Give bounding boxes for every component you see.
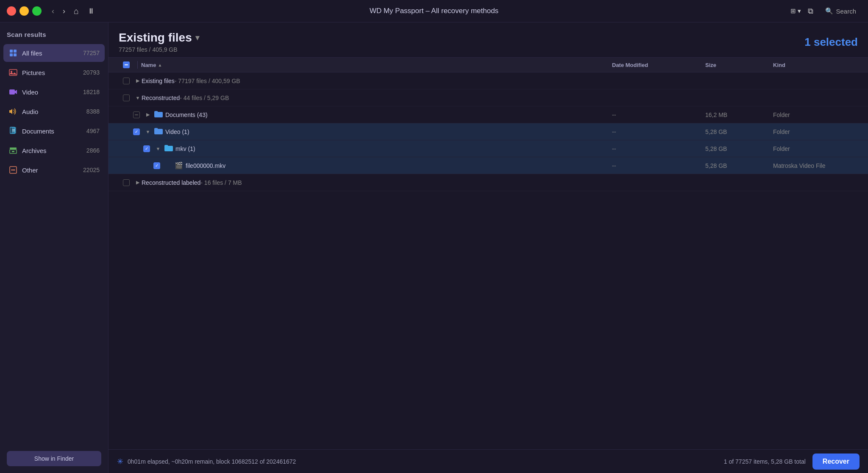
- sidebar-item-video[interactable]: Video 18218: [3, 83, 105, 101]
- all-files-count: 77257: [83, 50, 100, 56]
- header-checkbox[interactable]: [119, 61, 134, 68]
- all-files-label: All files: [22, 50, 79, 57]
- svg-rect-1: [14, 50, 17, 53]
- content-header: Existing files ▾ 77257 files / 405,9 GB …: [108, 22, 868, 57]
- filter-button[interactable]: ⧉: [808, 7, 813, 16]
- reconstructed-section-detail: - 44 files / 5,29 GB: [180, 95, 229, 101]
- audio-count: 8388: [86, 108, 100, 115]
- expand-video[interactable]: ▼: [144, 128, 152, 136]
- video-count: 18218: [83, 89, 100, 95]
- documents-folder-name: Documents (43): [165, 111, 612, 118]
- svg-rect-4: [9, 70, 17, 75]
- header-date[interactable]: Date Modified: [612, 62, 705, 68]
- file-table: ▶ Existing files - 77197 files / 400,59 …: [108, 72, 868, 449]
- section-reconstructed[interactable]: ▼ Reconstructed - 44 files / 5,29 GB: [108, 89, 868, 106]
- video-label: Video: [22, 89, 79, 96]
- file000000-checkbox[interactable]: [153, 162, 160, 169]
- sidebar-footer: Show in Finder: [0, 444, 108, 473]
- search-label: Search: [836, 8, 856, 15]
- forward-button[interactable]: ›: [59, 5, 69, 17]
- expand-documents[interactable]: ▶: [144, 111, 152, 119]
- view-icon: ⊞: [790, 7, 796, 15]
- progress-spinner: ✳: [117, 457, 123, 466]
- expand-reconstructed[interactable]: ▼: [134, 94, 142, 102]
- documents-checkbox[interactable]: [133, 111, 140, 118]
- audio-label: Audio: [22, 108, 82, 115]
- all-files-icon: [8, 48, 18, 58]
- title-dropdown-icon[interactable]: ▾: [195, 33, 199, 42]
- header-name[interactable]: Name ▲: [141, 62, 612, 68]
- video-icon: [8, 87, 18, 97]
- back-button[interactable]: ‹: [48, 5, 58, 17]
- file000000-size: 5,28 GB: [705, 162, 773, 169]
- video-kind: Folder: [773, 128, 858, 135]
- file000000-name: file000000.mkv: [186, 162, 612, 169]
- expand-reconstructed-labeled[interactable]: ▶: [134, 179, 142, 186]
- mkv-kind: Folder: [773, 145, 858, 152]
- show-in-finder-button[interactable]: Show in Finder: [7, 451, 101, 466]
- sidebar-item-other[interactable]: Other 22025: [3, 161, 105, 179]
- sidebar-item-all-files[interactable]: All files 77257: [3, 44, 105, 62]
- sidebar-item-audio[interactable]: Audio 8388: [3, 103, 105, 120]
- content-title: Existing files ▾: [119, 31, 199, 45]
- mkv-folder-name: mkv (1): [175, 145, 612, 152]
- archives-count: 2866: [86, 147, 100, 154]
- view-toggle-button[interactable]: ⊞ ▾: [790, 7, 801, 15]
- mkv-date: --: [612, 145, 705, 152]
- documents-folder-icon: [154, 111, 163, 119]
- reconstructed-section-name: Reconstructed: [142, 95, 180, 101]
- titlebar: ‹ › ⌂ ⏸ WD My Passport – All recovery me…: [0, 0, 868, 22]
- sidebar-item-pictures[interactable]: Pictures 20793: [3, 64, 105, 81]
- maximize-button[interactable]: [32, 6, 42, 16]
- video-date: --: [612, 128, 705, 135]
- sidebar-item-documents[interactable]: Documents 4967: [3, 122, 105, 140]
- scan-results-header: Scan results: [0, 22, 108, 43]
- reconstructed-labeled-checkbox[interactable]: [123, 179, 130, 186]
- expand-existing-files[interactable]: ▶: [134, 77, 142, 85]
- section-existing-files[interactable]: ▶ Existing files - 77197 files / 400,59 …: [108, 72, 868, 89]
- sidebar: Scan results All files 77257: [0, 22, 108, 473]
- file000000-check[interactable]: [149, 162, 164, 169]
- svg-rect-6: [9, 89, 15, 95]
- search-icon: 🔍: [825, 7, 833, 15]
- header-size[interactable]: Size: [705, 62, 773, 68]
- content-area: Existing files ▾ 77257 files / 405,9 GB …: [108, 22, 868, 473]
- search-area[interactable]: 🔍 Search: [820, 6, 861, 17]
- reconstructed-labeled-section-name: Reconstructed labeled: [142, 179, 200, 186]
- sidebar-item-archives[interactable]: Archives 2866: [3, 142, 105, 159]
- table-row-mkv[interactable]: ▼ mkv (1) -- 5,28 GB Folder: [108, 140, 868, 157]
- header-divider: [137, 61, 138, 69]
- view-chevron: ▾: [798, 7, 801, 15]
- existing-files-section-detail: - 77197 files / 400,59 GB: [175, 78, 240, 84]
- pause-button[interactable]: ⏸: [87, 7, 95, 16]
- section-reconstructed-labeled[interactable]: ▶ Reconstructed labeled - 16 files / 7 M…: [108, 174, 868, 191]
- documents-date: --: [612, 111, 705, 118]
- existing-files-checkbox[interactable]: [123, 78, 130, 84]
- documents-check[interactable]: [129, 111, 144, 118]
- table-row-file000000[interactable]: 🎬 file000000.mkv -- 5,28 GB Matroska Vid…: [108, 157, 868, 174]
- mkv-checkbox[interactable]: [143, 145, 150, 152]
- section-check-existing[interactable]: [119, 78, 134, 84]
- mkv-check[interactable]: [139, 145, 154, 152]
- table-row-video[interactable]: ▼ Video (1) -- 5,28 GB Folder: [108, 123, 868, 140]
- archives-label: Archives: [22, 147, 82, 154]
- video-check[interactable]: [129, 128, 144, 135]
- section-check-reconstructed-labeled[interactable]: [119, 179, 134, 186]
- recover-button[interactable]: Recover: [812, 454, 860, 470]
- minimize-button[interactable]: [19, 6, 29, 16]
- svg-rect-11: [10, 147, 17, 149]
- reconstructed-checkbox[interactable]: [123, 95, 130, 101]
- pictures-count: 20793: [83, 69, 100, 76]
- mkv-folder-icon: [164, 145, 173, 153]
- close-button[interactable]: [7, 6, 16, 16]
- other-count: 22025: [83, 167, 100, 173]
- other-label: Other: [22, 167, 79, 174]
- svg-rect-8: [11, 127, 16, 134]
- header-kind[interactable]: Kind: [773, 62, 858, 68]
- video-checkbox[interactable]: [133, 128, 140, 135]
- table-row-documents[interactable]: ▶ Documents (43) -- 16,2 MB Folder: [108, 106, 868, 123]
- home-button[interactable]: ⌂: [74, 6, 79, 16]
- pictures-label: Pictures: [22, 69, 79, 76]
- section-check-reconstructed[interactable]: [119, 95, 134, 101]
- expand-mkv[interactable]: ▼: [154, 145, 162, 153]
